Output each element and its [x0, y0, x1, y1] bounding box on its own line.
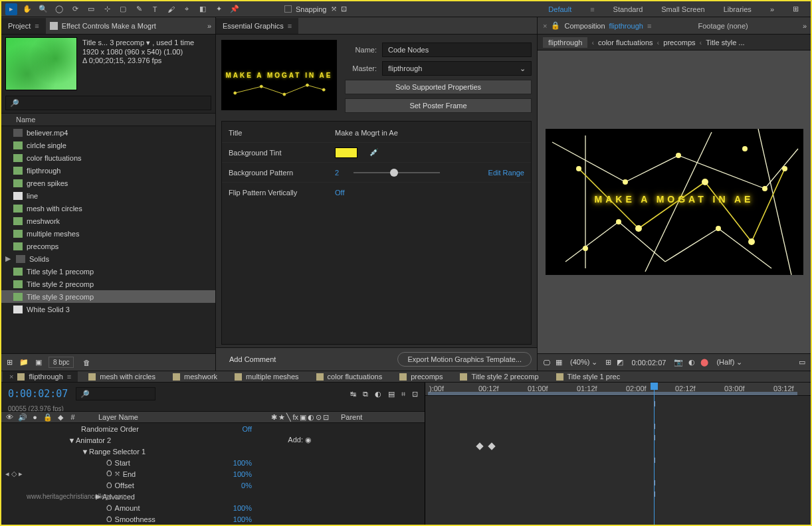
sw4[interactable]: fx: [292, 413, 298, 422]
timeline-property-row[interactable]: Randomize OrderOff: [1, 423, 425, 434]
label-col-icon[interactable]: ◆: [56, 413, 64, 422]
tab-project[interactable]: Project ≡: [1, 18, 46, 34]
timeline-property-row[interactable]: ▼Animator 2Add: ◉: [1, 434, 425, 446]
snap-opt1-icon[interactable]: ⤱: [331, 5, 337, 13]
layer-name-column[interactable]: Layer Name: [98, 413, 138, 421]
project-item[interactable]: line: [1, 189, 215, 202]
close-icon[interactable]: ×: [9, 373, 13, 381]
rotate-tool-icon[interactable]: ⟳: [69, 3, 81, 15]
panel-menu-icon[interactable]: ≡: [35, 22, 39, 30]
sw5[interactable]: ▣: [300, 413, 306, 422]
eraser-tool-icon[interactable]: ◧: [197, 3, 209, 15]
sw7[interactable]: ⊙: [316, 413, 322, 422]
eg-name-input[interactable]: Code Nodes: [382, 43, 532, 57]
property-value[interactable]: Off: [243, 425, 425, 433]
snapping-checkbox[interactable]: [284, 5, 292, 13]
snapshot-icon[interactable]: 📷: [674, 358, 683, 367]
tab-footage[interactable]: Footage (none): [698, 22, 761, 30]
crumb-2[interactable]: precomps: [663, 39, 695, 46]
render-icon[interactable]: ⊡: [412, 390, 418, 398]
add-menu[interactable]: Add: ◉: [288, 436, 425, 444]
graph-icon[interactable]: ▤: [388, 390, 395, 398]
tab-effect-controls[interactable]: Effect Controls Make a Mogrt: [46, 22, 160, 30]
camera-tool-icon[interactable]: ▭: [85, 3, 97, 15]
project-item[interactable]: cirlcle single: [1, 139, 215, 151]
project-item[interactable]: mesh with circles: [1, 202, 215, 215]
eye-col-icon[interactable]: 👁: [5, 413, 14, 421]
resolution-dropdown[interactable]: (Half) ⌄: [714, 358, 745, 367]
overflow-icon[interactable]: »: [803, 22, 811, 30]
project-item[interactable]: ▶Solids: [1, 252, 215, 265]
rect-tool-icon[interactable]: ▢: [117, 3, 129, 15]
ws-default[interactable]: Default: [548, 5, 571, 13]
interp-icon[interactable]: ⊞: [7, 358, 13, 367]
timeline-property-row[interactable]: ÖAmount100%: [1, 502, 425, 513]
type-tool-icon[interactable]: T: [149, 3, 161, 15]
stopwatch-icon[interactable]: Ö: [106, 515, 112, 523]
sw2[interactable]: ★: [278, 413, 285, 422]
ws-standard[interactable]: Standard: [613, 5, 643, 13]
property-value[interactable]: 100%: [233, 504, 425, 512]
grid-icon[interactable]: ⊞: [605, 358, 611, 367]
crumb-0[interactable]: flipthrough: [543, 37, 587, 48]
sw3[interactable]: ╲: [286, 413, 291, 422]
bgpattern-slider[interactable]: [354, 172, 440, 173]
zoom-tool-icon[interactable]: 🔍: [37, 3, 49, 15]
project-item[interactable]: Title style 3 precomp: [1, 290, 215, 303]
timeline-tab[interactable]: precomps: [393, 371, 449, 383]
timeline-tab[interactable]: multiple meshes: [228, 371, 305, 383]
tab-composition[interactable]: × 🔒 Composition flipthrough ≡: [538, 18, 657, 33]
ws-small[interactable]: Small Screen: [661, 5, 704, 13]
new-comp-icon[interactable]: ▣: [35, 358, 42, 367]
new-folder-icon[interactable]: 📁: [19, 358, 29, 367]
pen-tool-icon[interactable]: ✎: [133, 3, 145, 15]
timeline-tab[interactable]: mesh with circles: [82, 371, 162, 383]
project-item[interactable]: multiple meshes: [1, 227, 215, 240]
time-display[interactable]: 0:00:02:07: [629, 359, 668, 367]
property-value[interactable]: 100%: [233, 459, 425, 467]
timeline-tab[interactable]: meshwork: [166, 371, 224, 383]
brush-tool-icon[interactable]: 🖌: [165, 3, 177, 15]
panel-menu-icon[interactable]: ≡: [67, 373, 71, 381]
add-comment-button[interactable]: Add Comment: [221, 352, 284, 367]
stopwatch-icon[interactable]: Ö: [106, 504, 112, 512]
view2-icon[interactable]: ▦: [556, 358, 562, 367]
parent-column[interactable]: Parent: [341, 413, 421, 421]
project-item[interactable]: White Solid 3: [1, 303, 215, 315]
timeline-property-row[interactable]: ▼Range Selector 1: [1, 446, 425, 457]
prop-title[interactable]: Title Make a Mogrt in Ae: [222, 123, 531, 143]
timeline-ruler[interactable]: ):00f00:12f01:00f01:12f02:00f02:12f03:00…: [425, 383, 811, 396]
timecode-display[interactable]: 0:00:02:07: [8, 388, 68, 400]
project-item[interactable]: Title style 1 precomp: [1, 265, 215, 278]
puppet-tool-icon[interactable]: 📌: [229, 3, 241, 15]
overflow-icon[interactable]: »: [207, 22, 215, 30]
prop-bgpattern-value[interactable]: 2: [335, 169, 339, 177]
slider-knob[interactable]: [390, 169, 398, 177]
solo-col-icon[interactable]: ●: [31, 413, 39, 421]
timeline-tab[interactable]: × flipthrough ≡: [3, 371, 78, 383]
timeline-tab[interactable]: Title style 2 precomp: [453, 371, 545, 383]
project-item[interactable]: color fluctuations: [1, 151, 215, 164]
twirl-icon[interactable]: ▼: [81, 448, 89, 456]
project-item[interactable]: Title style 2 precomp: [1, 278, 215, 290]
snap-opt2-icon[interactable]: ⊡: [341, 5, 347, 13]
expand-arrow-icon[interactable]: ▶: [5, 254, 12, 263]
ws-menu-icon[interactable]: ≡: [590, 5, 594, 13]
keyframe[interactable]: [488, 442, 495, 450]
timeline-tab[interactable]: Title style 1 prec: [550, 371, 627, 383]
stopwatch-icon[interactable]: Ö: [106, 459, 112, 467]
color-swatch[interactable]: [335, 147, 357, 158]
draft3d-icon[interactable]: ⌗: [401, 390, 405, 398]
selection-tool-icon[interactable]: ▸: [5, 3, 17, 15]
export-mogrt-button[interactable]: Export Motion Graphics Template...: [397, 352, 532, 367]
project-item[interactable]: precomps: [1, 240, 215, 252]
mask-icon[interactable]: ◩: [617, 358, 623, 367]
solo-properties-button[interactable]: Solo Supported Properties: [345, 80, 532, 94]
property-value[interactable]: 100%: [233, 470, 425, 478]
sw1[interactable]: ✱: [271, 413, 277, 422]
twirl-icon[interactable]: ▼: [68, 436, 76, 444]
num-col-icon[interactable]: #: [68, 413, 77, 421]
timeline-property-row[interactable]: ◂ ◇ ▸Ö ⤲End100%: [1, 468, 425, 480]
lock-col-icon[interactable]: 🔒: [43, 413, 52, 422]
keyframe-nav[interactable]: ◂ ◇ ▸: [5, 470, 23, 478]
